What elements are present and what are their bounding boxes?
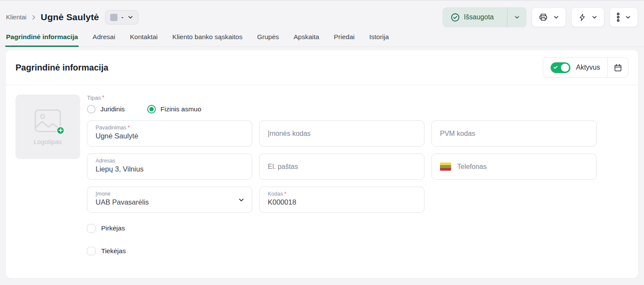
adresas-field[interactable]: Adresas bbox=[87, 153, 252, 180]
tiekejas-checkbox[interactable] bbox=[87, 247, 96, 255]
status-controls: Aktyvus bbox=[543, 57, 629, 78]
imones-kodas-field[interactable] bbox=[259, 120, 424, 147]
card-body: Logotipas Tipas* Juridinis Fizinis asmuo bbox=[6, 85, 638, 267]
active-toggle-label: Aktyvus bbox=[576, 64, 600, 71]
top-bar: Klientai Ugnė Saulytė - Išsaugota bbox=[0, 1, 644, 31]
field-label: Įmonė bbox=[96, 191, 111, 197]
field-label: Pavadinimas bbox=[96, 125, 127, 131]
toggle-knob bbox=[561, 64, 569, 72]
save-dropdown-caret[interactable] bbox=[507, 7, 526, 27]
printer-icon bbox=[539, 12, 548, 22]
radio-juridinis[interactable]: Juridinis bbox=[87, 105, 125, 113]
pavadinimas-field[interactable]: Pavadinimas* bbox=[87, 120, 252, 147]
chevron-down-icon bbox=[127, 14, 133, 20]
chevron-down-icon bbox=[238, 196, 245, 203]
logo-upload-label: Logotipas bbox=[34, 138, 62, 145]
breadcrumb-parent-link[interactable]: Klientai bbox=[6, 14, 27, 21]
chevron-down-icon bbox=[625, 14, 631, 20]
pavadinimas-input[interactable] bbox=[96, 132, 244, 140]
color-swatch bbox=[110, 14, 118, 21]
save-button-main[interactable]: Išsaugota bbox=[443, 7, 502, 27]
telefonas-input[interactable] bbox=[457, 163, 588, 171]
tab-istorija[interactable]: Istorija bbox=[369, 33, 389, 46]
calendar-icon bbox=[613, 63, 622, 72]
radio-label: Juridinis bbox=[100, 105, 125, 113]
el-pastas-field[interactable] bbox=[259, 153, 424, 180]
imone-select-value: UAB Pavasarėlis bbox=[96, 198, 244, 206]
tiekejas-checkbox-row[interactable]: Tiekėjas bbox=[87, 244, 629, 258]
radio-fizinis-asmuo[interactable]: Fizinis asmuo bbox=[147, 105, 201, 113]
chevron-down-icon bbox=[553, 14, 559, 20]
checkbox-label: Tiekėjas bbox=[101, 247, 126, 255]
radio-circle[interactable] bbox=[87, 105, 96, 113]
page-title: Ugnė Saulytė bbox=[41, 12, 99, 22]
tab-adresai[interactable]: Adresai bbox=[93, 33, 115, 46]
tab-priedai[interactable]: Priedai bbox=[334, 33, 354, 46]
form-area: Tipas* Juridinis Fizinis asmuo Pavadinim… bbox=[87, 95, 629, 258]
required-asterisk: * bbox=[128, 125, 130, 131]
main-info-card: Pagrindinė informacija Aktyvus bbox=[6, 50, 638, 278]
adresas-input[interactable] bbox=[96, 165, 244, 173]
chevron-right-icon bbox=[31, 15, 37, 20]
active-toggle[interactable] bbox=[551, 62, 570, 73]
required-asterisk: * bbox=[284, 191, 286, 197]
radio-label: Fizinis asmuo bbox=[161, 105, 201, 113]
required-asterisk: * bbox=[102, 95, 105, 101]
card-header: Pagrindinė informacija Aktyvus bbox=[6, 50, 638, 85]
check-icon bbox=[553, 65, 558, 70]
logo-upload[interactable]: Logotipas bbox=[15, 95, 80, 159]
field-label: Adresas bbox=[96, 158, 115, 164]
check-circle-icon bbox=[451, 13, 460, 22]
active-toggle-group[interactable]: Aktyvus bbox=[543, 58, 607, 77]
field-label: Kodas bbox=[268, 191, 283, 197]
imones-kodas-input[interactable] bbox=[268, 130, 416, 138]
pvm-kodas-input[interactable] bbox=[440, 130, 588, 138]
lithuania-flag-icon[interactable] bbox=[440, 162, 451, 171]
type-group-label: Tipas* bbox=[87, 95, 629, 101]
card-title: Pagrindinė informacija bbox=[15, 63, 108, 73]
automation-dropdown-button[interactable] bbox=[571, 7, 604, 27]
fields-grid: Pavadinimas* Adresas bbox=[87, 120, 629, 213]
more-actions-dropdown-button[interactable] bbox=[610, 7, 638, 27]
save-split-button[interactable]: Išsaugota bbox=[443, 7, 526, 27]
tab-pagrindine-informacija[interactable]: Pagrindinė informacija bbox=[6, 33, 78, 46]
tab-grupes[interactable]: Grupės bbox=[257, 33, 279, 46]
color-dropdown-value: - bbox=[121, 14, 124, 21]
header-actions: Išsaugota bbox=[443, 7, 638, 27]
radio-circle-checked[interactable] bbox=[147, 105, 156, 113]
checkbox-label: Pirkėjas bbox=[101, 224, 125, 232]
print-dropdown-button[interactable] bbox=[532, 7, 566, 27]
lightning-icon bbox=[578, 13, 586, 21]
imone-select[interactable]: Įmonė UAB Pavasarėlis bbox=[87, 187, 252, 213]
type-radio-group: Juridinis Fizinis asmuo bbox=[87, 105, 629, 113]
pirkejas-checkbox-row[interactable]: Pirkėjas bbox=[87, 221, 629, 235]
calendar-button[interactable] bbox=[607, 58, 628, 77]
telefonas-field[interactable] bbox=[431, 153, 597, 180]
pvm-kodas-field[interactable] bbox=[431, 120, 597, 147]
color-tag-dropdown[interactable]: - bbox=[105, 10, 139, 25]
kodas-field[interactable]: Kodas* bbox=[259, 187, 424, 213]
chevron-down-icon bbox=[591, 14, 598, 20]
el-pastas-input[interactable] bbox=[268, 163, 416, 171]
save-button-label: Išsaugota bbox=[464, 13, 494, 21]
kebab-menu-icon bbox=[616, 12, 620, 22]
tab-bar: Pagrindinė informacija Adresai Kontaktai… bbox=[0, 31, 644, 47]
tab-kliento-banko-saskaitos[interactable]: Kliento banko sąskaitos bbox=[172, 33, 242, 46]
add-logo-plus-icon[interactable] bbox=[56, 126, 65, 135]
tab-kontaktai[interactable]: Kontaktai bbox=[130, 33, 158, 46]
pirkejas-checkbox[interactable] bbox=[87, 224, 96, 233]
tab-apskaita[interactable]: Apskaita bbox=[294, 33, 319, 46]
kodas-input[interactable] bbox=[268, 198, 416, 206]
